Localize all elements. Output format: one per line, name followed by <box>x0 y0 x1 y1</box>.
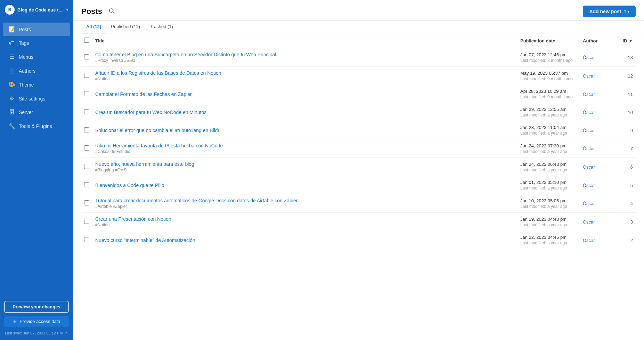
row-checkbox-cell <box>81 158 92 176</box>
sidebar-item-tools-plugins[interactable]: 🔧 Tools & Plugins <box>3 119 70 133</box>
author-link[interactable]: Óscar <box>583 73 595 79</box>
row-title-cell: Riku mi Herramienta favorita de IA está … <box>92 139 517 158</box>
tab-published[interactable]: Published (12) <box>106 21 145 33</box>
row-checkbox[interactable] <box>84 73 89 78</box>
row-checkbox[interactable] <box>84 219 89 224</box>
post-tags: #Airtable #Zapier <box>95 204 515 209</box>
pub-date-main: Jan 29, 2023 12:55 am <box>520 107 577 112</box>
row-title-cell: Cambiar el Formato de las Fechas en Zapi… <box>92 85 517 103</box>
post-id: 11 <box>628 92 633 97</box>
row-author-cell: Óscar <box>580 103 615 121</box>
author-link[interactable]: Óscar <box>583 164 595 170</box>
post-id: 6 <box>630 164 633 170</box>
author-link[interactable]: Óscar <box>583 183 595 188</box>
row-checkbox-cell <box>81 139 92 158</box>
posts-table: Title Publication date Author ID ▼ Como … <box>81 33 636 249</box>
row-pubdate-cell: May 19, 2023 05:37 pm Last modified: 9 m… <box>517 67 580 85</box>
pub-date-modified: Last modified: a year ago <box>520 241 577 245</box>
tab-all[interactable]: All (12) <box>81 21 106 33</box>
author-link[interactable]: Óscar <box>583 110 595 115</box>
tab-trashed[interactable]: Trashed (1) <box>145 21 178 33</box>
post-tags: #Proxy Inverso #SEO <box>95 58 515 63</box>
table-row: Solucionar el error que no cambia el atr… <box>81 121 636 139</box>
author-link[interactable]: Óscar <box>583 92 595 97</box>
pub-date-main: Jan 19, 2023 04:48 pm <box>520 217 577 222</box>
sidebar-item-tags[interactable]: 🏷 Tags <box>3 37 70 50</box>
author-link[interactable]: Óscar <box>583 146 595 151</box>
pub-date-modified: Last modified: a year ago <box>520 168 577 172</box>
row-id-cell: 3 <box>615 213 636 231</box>
row-checkbox[interactable] <box>84 145 89 151</box>
row-checkbox-cell <box>81 213 92 231</box>
post-title-link[interactable]: Nuevo año, nueva herramienta para este b… <box>95 161 194 167</box>
author-link[interactable]: Óscar <box>583 219 595 225</box>
post-title-link[interactable]: Riku mi Herramienta favorita de IA está … <box>95 143 223 148</box>
sidebar-item-theme[interactable]: 🎨 Theme <box>3 78 70 91</box>
row-author-cell: Óscar <box>580 213 615 231</box>
row-checkbox[interactable] <box>84 182 89 187</box>
row-title-cell: Crea un Buscador para tu Web NoCode en M… <box>92 103 517 121</box>
search-button[interactable] <box>107 6 116 17</box>
row-id-cell: 12 <box>615 67 636 85</box>
header-id-col[interactable]: ID ▼ <box>615 33 636 48</box>
row-checkbox[interactable] <box>84 54 89 59</box>
post-title-link[interactable]: Solucionar el error que no cambia el atr… <box>95 128 219 133</box>
post-title-link[interactable]: Cambiar el Formato de las Fechas en Zapi… <box>95 91 192 97</box>
row-checkbox[interactable] <box>84 109 89 114</box>
pub-date-modified: Last modified: a year ago <box>520 186 577 191</box>
author-link[interactable]: Óscar <box>583 238 595 243</box>
add-new-post-button[interactable]: Add new post T ▾ <box>583 6 636 17</box>
post-title-link[interactable]: Crear una Presentación con Notion <box>95 216 171 222</box>
row-checkbox-cell <box>81 85 92 103</box>
select-all-checkbox[interactable] <box>84 38 89 43</box>
post-title-link[interactable]: Bienvenidos a Code que te Pillo <box>95 183 164 188</box>
provide-access-button[interactable]: ⚠ Provide access data <box>4 316 69 327</box>
sidebar-item-label: Tools & Plugins <box>19 123 52 129</box>
post-title-link[interactable]: Crea un Buscador para tu Web NoCode en M… <box>95 110 206 115</box>
row-checkbox[interactable] <box>84 200 89 205</box>
row-checkbox[interactable] <box>84 164 89 169</box>
row-id-cell: 13 <box>615 48 636 67</box>
row-pubdate-cell: Jan 24, 2023 07:30 pm Last modified: a y… <box>517 139 580 158</box>
sidebar-item-label: Server <box>19 110 33 115</box>
row-author-cell: Óscar <box>580 67 615 85</box>
sidebar-item-label: Theme <box>19 82 34 88</box>
sidebar-item-server[interactable]: 🗄 Server <box>3 106 70 119</box>
author-link[interactable]: Óscar <box>583 201 595 206</box>
row-id-cell: 2 <box>615 231 636 249</box>
post-title-link[interactable]: Nuevo curso "Interminable" de Automatiza… <box>95 237 195 243</box>
sidebar-item-posts[interactable]: 📝 Posts <box>3 23 70 36</box>
last-sync-text: Last sync: Jun 07, 2023 06:12 PM ↗ <box>4 330 69 336</box>
row-checkbox[interactable] <box>84 127 89 132</box>
row-title-cell: Añadir ID a los Registros de las Bases d… <box>92 67 517 85</box>
header-left: Posts <box>81 6 116 17</box>
sidebar-logo: B <box>5 5 15 15</box>
post-id: 10 <box>628 110 633 115</box>
pub-date-modified: Last modified: a year ago <box>520 131 577 136</box>
sidebar-header[interactable]: B Blog de Code que t... ▾ <box>0 0 73 19</box>
sidebar-item-site-settings[interactable]: ⚙ Site settings <box>3 92 70 105</box>
author-link[interactable]: Óscar <box>583 128 595 133</box>
post-title-link[interactable]: Tutorial para crear documentos automátic… <box>95 198 297 203</box>
main-header: Posts Add new post T ▾ <box>73 0 644 21</box>
row-checkbox[interactable] <box>84 237 89 242</box>
author-link[interactable]: Óscar <box>583 55 595 60</box>
row-checkbox-cell <box>81 231 92 249</box>
row-title-cell: Nuevo curso "Interminable" de Automatiza… <box>92 231 517 249</box>
pub-date-main: Jan 24, 2023 06:43 pm <box>520 162 577 167</box>
post-title-link[interactable]: Añadir ID a los Registros de las Bases d… <box>95 70 221 76</box>
row-id-cell: 4 <box>615 194 636 213</box>
posts-icon: 📝 <box>8 26 15 33</box>
row-id-cell: 10 <box>615 103 636 121</box>
sidebar-item-menus[interactable]: ☰ Menus <box>3 50 70 64</box>
table-row: Bienvenidos a Code que te Pillo Jan 01, … <box>81 176 636 194</box>
row-checkbox[interactable] <box>84 91 89 96</box>
table-row: Como tener el Blog en una Subcarpeta en … <box>81 48 636 67</box>
table-row: Crear una Presentación con Notion #Notio… <box>81 213 636 231</box>
sidebar-item-authors[interactable]: 👤 Authors <box>3 64 70 78</box>
search-icon <box>108 8 115 14</box>
tools-plugins-icon: 🔧 <box>8 123 15 129</box>
post-title-link[interactable]: Como tener el Blog en una Subcarpeta en … <box>95 52 276 57</box>
preview-changes-button[interactable]: Preview your changes <box>4 301 69 313</box>
menus-icon: ☰ <box>8 54 15 60</box>
